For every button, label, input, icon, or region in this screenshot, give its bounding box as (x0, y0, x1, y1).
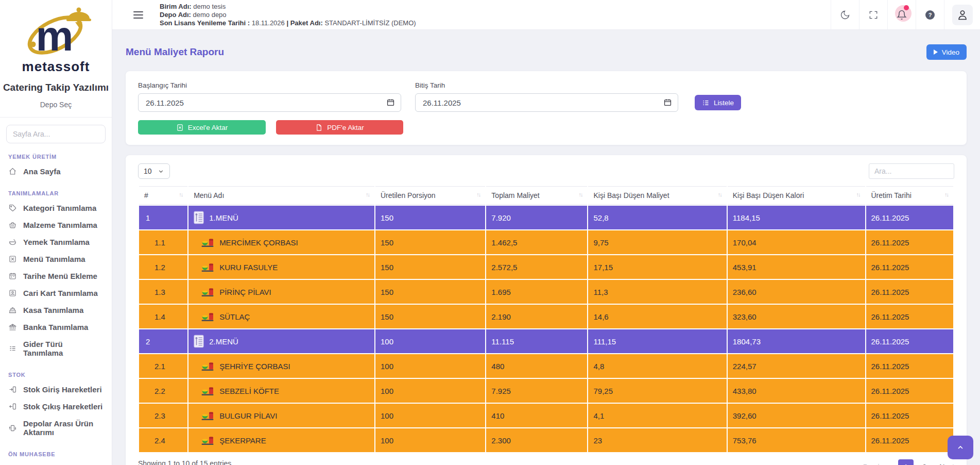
nav-section-label: ÖN MUHASEBE (8, 451, 104, 457)
end-date-field: Bitiş Tarih (415, 81, 678, 112)
menu-name: MERCİMEK ÇORBASI (219, 238, 298, 247)
sidebar-item-ana-sayfa[interactable]: Ana Sayfa (8, 163, 104, 180)
nav-section-label: YEMEK ÜRETİM (8, 154, 104, 160)
row-number: 1.4 (139, 305, 187, 328)
table-row[interactable]: 22.MENÜ10011.115111,151804,7326.11.2025 (139, 329, 953, 353)
sidebar-item-kategori-tan-mlama[interactable]: Kategori Tanımlama (8, 200, 104, 217)
nav-section-label: STOK (8, 372, 104, 378)
total-cost-cell: 1.695 (486, 280, 587, 304)
app-title: Catering Takip Yazılımı (0, 82, 112, 93)
sidebar-item-label: Yemek Tanımlama (23, 238, 90, 246)
sidebar-item-label: Gider Türü Tanımlama (23, 340, 104, 357)
production-date-cell: 26.11.2025 (866, 305, 954, 328)
menu-square-icon (8, 255, 17, 263)
per-person-calorie-cell: 753,76 (728, 428, 865, 452)
sidebar-item-kasa-tan-mlama[interactable]: Kasa Tanımlama (8, 302, 104, 319)
hamburger-icon[interactable] (130, 8, 146, 22)
menu-name: BULGUR PİLAVI (219, 411, 277, 420)
sidebar-item-gider-t-r-tan-mlama[interactable]: Gider Türü Tanımlama (8, 336, 104, 361)
calendar-icon[interactable] (386, 98, 395, 109)
menu-name-cell: MERCİMEK ÇORBASI (188, 230, 374, 254)
sidebar-item-tarihe-men-ekleme[interactable]: Tarihe Menü Ekleme (8, 268, 104, 285)
menu-name: 2.MENÜ (209, 337, 238, 346)
main-area: Birim Adı: demo tesis Depo Adı: demo dep… (112, 0, 980, 465)
portion-cell: 100 (375, 354, 485, 378)
sidebar-item-cari-kart-tan-mlama[interactable]: Cari Kart Tanımlama (8, 285, 104, 302)
sidebar-nav: YEMEK ÜRETİMAna SayfaTANIMLAMALARKategor… (0, 154, 112, 457)
column-header-men-ad[interactable]: Menü Adı↑↓ (188, 186, 374, 205)
table-row[interactable]: 2.2SEBZELİ KÖFTE1007.92579,25433,8026.11… (139, 379, 953, 403)
video-button[interactable]: Video (926, 44, 967, 60)
total-cost-cell: 2.300 (486, 428, 587, 452)
page-size-select[interactable]: 10 (138, 163, 170, 179)
portion-cell: 150 (375, 280, 485, 304)
sidebar-item-label: Cari Kart Tanımlama (23, 289, 98, 297)
list-icon (702, 99, 710, 107)
end-date-input[interactable] (415, 93, 678, 112)
production-date-cell: 26.11.2025 (866, 354, 954, 378)
entries-info: Showing 1 to 10 of 15 entries (138, 459, 231, 465)
bell-icon (897, 10, 907, 20)
table-row[interactable]: 1.1MERCİMEK ÇORBASI1501.462,59,75170,042… (139, 230, 953, 254)
fullscreen-button[interactable] (859, 0, 887, 29)
table-row[interactable]: 1.4SÜTLAÇ1502.19014,6323,6026.11.2025 (139, 305, 953, 328)
sort-icon: ↑↓ (856, 191, 860, 197)
per-person-calorie-cell: 1184,15 (728, 206, 865, 229)
menu-card-icon (194, 211, 204, 224)
table-search-input[interactable] (869, 163, 954, 179)
sidebar-item-malzeme-tan-mlama[interactable]: Malzeme Tanımlama (8, 217, 104, 234)
table-header-row: #↑↓Menü Adı↑↓Üretilen Porsiyon↑↓Toplam M… (139, 186, 953, 205)
table-row[interactable]: 2.4ŞEKERPARE1002.30023753,7626.11.2025 (139, 428, 953, 452)
production-date-cell: 26.11.2025 (866, 230, 954, 254)
column-header-toplam-maliyet[interactable]: Toplam Maliyet↑↓ (486, 186, 587, 205)
stock-out-icon (8, 402, 17, 411)
calendar-icon[interactable] (663, 98, 672, 109)
column-header-retilen-porsiyon[interactable]: Üretilen Porsiyon↑↓ (375, 186, 485, 205)
next-page-button[interactable]: Next (939, 463, 954, 465)
column-header-retim-tarihi[interactable]: Üretim Tarihi↑↓ (866, 186, 954, 205)
page-button-2[interactable]: 2 (917, 459, 932, 465)
menu-name-cell: KURU FASULYE (188, 255, 374, 279)
sidebar-item-men-tan-mlama[interactable]: Menü Tanımlama (8, 251, 104, 268)
export-pdf-button[interactable]: PDF'e Aktar (276, 120, 403, 135)
food-icon (201, 435, 214, 445)
page-button-1[interactable]: 1 (898, 459, 914, 465)
help-button[interactable]: ? (916, 0, 944, 29)
dark-mode-toggle[interactable] (831, 0, 859, 29)
sidebar-search-input[interactable] (6, 125, 106, 143)
column-header-ki-i-ba-d-en-kalori[interactable]: Kişi Başı Düşen Kalori↑↓ (728, 186, 865, 205)
previous-page-button[interactable]: Previous (863, 463, 891, 465)
table-row[interactable]: 1.3PİRİNÇ PİLAVI1501.69511,3236,6026.11.… (139, 280, 953, 304)
total-cost-cell: 11.115 (486, 329, 587, 353)
sidebar-item-depolar-aras-r-n-aktar-m[interactable]: Depolar Arası Ürün Aktarımı (8, 415, 104, 441)
sidebar-item-stok-k-hareketleri[interactable]: Stok Çıkış Hareketleri (8, 398, 104, 415)
user-menu-button[interactable] (944, 0, 980, 29)
sidebar-item-label: Stok Giriş Hareketleri (23, 385, 102, 394)
table-row[interactable]: 1.2KURU FASULYE1502.572,517,15453,9126.1… (139, 255, 953, 279)
notifications-button[interactable] (887, 0, 916, 29)
table-row[interactable]: 2.3BULGUR PİLAVI1004104,1392,6026.11.202… (139, 404, 953, 427)
sidebar-item-yemek-tan-mlama[interactable]: Yemek Tanımlama (8, 234, 104, 251)
total-cost-cell: 2.190 (486, 305, 587, 328)
portion-cell: 150 (375, 305, 485, 328)
help-icon: ? (925, 10, 935, 20)
sidebar-item-banka-tan-mlama[interactable]: Banka Tanımlama (8, 319, 104, 336)
sidebar-item-stok-giri-hareketleri[interactable]: Stok Giriş Hareketleri (8, 381, 104, 398)
depot-select[interactable]: Depo Seç (0, 101, 112, 118)
column-header-ki-i-ba-d-en-maliyet[interactable]: Kişi Başı Düşen Maliyet↑↓ (588, 186, 726, 205)
content: Menü Maliyet Raporu Video Başlangıç Tari… (112, 30, 980, 465)
menu-name-cell: SÜTLAÇ (188, 305, 374, 328)
metassoft-logo[interactable]: m metassoft (0, 0, 112, 75)
listele-button[interactable]: Listele (695, 95, 741, 110)
cash-register-icon (8, 306, 17, 314)
column-header-num[interactable]: #↑↓ (139, 186, 187, 205)
food-icon (201, 386, 214, 396)
table-row[interactable]: 2.1ŞEHRİYE ÇORBASI1004804,8224,5726.11.2… (139, 354, 953, 378)
menu-name-cell: SEBZELİ KÖFTE (188, 379, 374, 403)
per-person-calorie-cell: 170,04 (728, 230, 865, 254)
start-date-input[interactable] (138, 93, 401, 112)
scroll-to-top-button[interactable] (948, 436, 973, 459)
table-row[interactable]: 11.MENÜ1507.92052,81184,1526.11.2025 (139, 206, 953, 229)
bowl-icon (8, 238, 17, 246)
export-excel-button[interactable]: Excel'e Aktar (138, 120, 266, 135)
